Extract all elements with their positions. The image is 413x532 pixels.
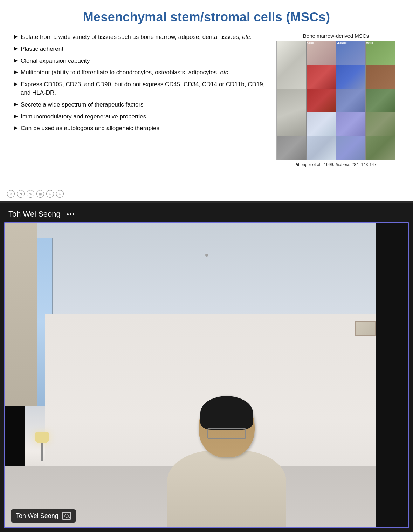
bullet-text: Plastic adherent	[21, 45, 266, 53]
slide-content: Mesenchymal stem/stromal cells (MSCs) ▶ …	[0, 0, 413, 201]
video-header: Toh Wei Seong	[0, 203, 413, 222]
slide-body: ▶ Isolate from a wide variety of tissues…	[14, 33, 399, 167]
list-item: ▶ Express CD105, CD73, and CD90, but do …	[14, 80, 266, 97]
image-citation: Pittenger et al., 1999. Science 284, 143…	[294, 162, 378, 167]
grid-cell	[277, 41, 306, 89]
control-edit-button[interactable]: ✎	[27, 190, 34, 198]
bullet-arrow: ▶	[14, 45, 18, 52]
list-item: ▶ Can be used as autologous and allogene…	[14, 124, 266, 132]
grid-cell	[277, 89, 306, 136]
image-panel: Bone marrow-derived MSCs Adipo Chondro O…	[273, 33, 399, 167]
bullet-text: Clonal expansion capacity	[21, 57, 266, 65]
image-label: Bone marrow-derived MSCs	[303, 33, 369, 39]
presenter-name: Toh Wei Seong	[8, 210, 61, 219]
bullet-text: Multipotent (ability to differentiate to…	[21, 68, 266, 77]
bullet-arrow: ▶	[14, 33, 18, 40]
bullet-text: Isolate from a wide variety of tissues s…	[21, 33, 266, 41]
list-item: ▶ Immunomodulatory and regenerative prop…	[14, 112, 266, 121]
lamp-pole	[41, 443, 43, 461]
more-options-button[interactable]	[65, 212, 76, 217]
bullet-text: Immunomodulatory and regenerative proper…	[21, 112, 266, 121]
person-shoulders	[167, 450, 286, 527]
video-background: Toh Wei Seong	[5, 223, 408, 527]
grid-cell	[307, 136, 336, 160]
room-curtain	[5, 223, 37, 406]
presenter-figure	[126, 238, 328, 527]
grid-cell: Osteo	[366, 41, 395, 65]
pin-icon[interactable]	[62, 512, 71, 520]
control-back-button[interactable]: ↺	[7, 190, 15, 198]
bullet-text: Secrete a wide spectrum of therapeutic f…	[21, 101, 266, 109]
bullet-arrow: ▶	[14, 113, 18, 120]
room-art	[355, 321, 376, 336]
list-item: ▶ Multipotent (ability to differentiate …	[14, 68, 266, 77]
controls-bar[interactable]: ↺ ↻ ✎ ⊞ ⊕ ⊖	[7, 190, 64, 198]
dot	[70, 213, 71, 215]
bullet-arrow: ▶	[14, 124, 18, 131]
room-lamp	[37, 432, 47, 461]
list-item: ▶ Plastic adherent	[14, 45, 266, 53]
control-zoom-in-button[interactable]: ⊕	[46, 190, 54, 198]
grid-cell	[307, 65, 336, 89]
side-panel-right	[376, 223, 408, 527]
control-forward-button[interactable]: ↻	[17, 190, 25, 198]
overlay-presenter-name: Toh Wei Seong	[16, 512, 58, 520]
grid-cell	[366, 89, 395, 112]
list-item: ▶ Secrete a wide spectrum of therapeutic…	[14, 101, 266, 109]
bullet-arrow: ▶	[14, 101, 18, 108]
slide-area: Mesenchymal stem/stromal cells (MSCs) ▶ …	[0, 0, 413, 203]
bullet-text: Express CD105, CD73, and CD90, but do no…	[21, 80, 266, 97]
list-item: ▶ Isolate from a wide variety of tissues…	[14, 33, 266, 41]
image-grid: Adipo Chondro Osteo	[276, 41, 395, 160]
grid-cell	[277, 136, 306, 160]
grid-cell	[336, 89, 366, 112]
grid-cell	[366, 65, 395, 89]
bullet-arrow: ▶	[14, 81, 18, 88]
grid-cell: Chondro	[336, 41, 366, 65]
bullet-list: ▶ Isolate from a wide variety of tissues…	[14, 33, 266, 167]
control-grid-button[interactable]: ⊞	[36, 190, 44, 198]
person-shirt	[133, 245, 321, 527]
slide-title: Mesenchymal stem/stromal cells (MSCs)	[14, 10, 399, 25]
grid-cell	[336, 112, 366, 136]
dot	[67, 213, 69, 215]
list-item: ▶ Clonal expansion capacity	[14, 57, 266, 65]
grid-cell	[336, 65, 366, 89]
bullet-arrow: ▶	[14, 69, 18, 76]
dot	[73, 213, 74, 215]
grid-cell	[307, 112, 336, 136]
grid-cell	[307, 89, 336, 112]
grid-cell: Adipo	[307, 41, 336, 65]
video-section: Toh Wei Seong	[0, 203, 413, 532]
lamp-shade	[35, 432, 49, 443]
video-container: Toh Wei Seong	[4, 222, 409, 528]
microscopy-grid: Adipo Chondro Osteo	[277, 41, 395, 160]
grid-cell	[336, 136, 366, 160]
grid-cell	[366, 112, 395, 136]
bullet-arrow: ▶	[14, 57, 18, 64]
control-zoom-out-button[interactable]: ⊖	[56, 190, 64, 198]
grid-cell	[366, 136, 395, 160]
name-overlay: Toh Wei Seong	[11, 509, 76, 523]
bullet-text: Can be used as autologous and allogeneic…	[21, 124, 266, 132]
